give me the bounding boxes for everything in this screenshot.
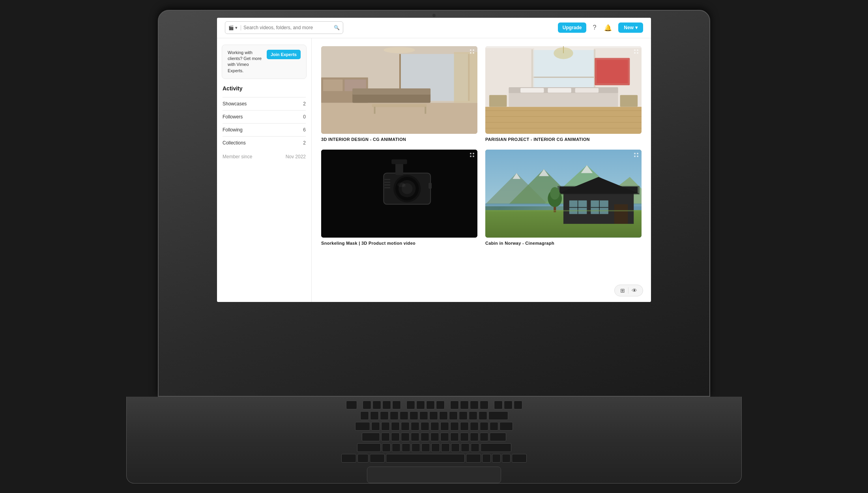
search-icon: 🔍 <box>334 25 340 30</box>
laptop-screen: 🎬 ▾ 🔍 Upgrade ? 🔔 <box>217 18 651 302</box>
video-options-dots-1[interactable] <box>470 49 474 54</box>
bell-icon: 🔔 <box>604 24 612 32</box>
laptop-keyboard-area <box>126 397 742 484</box>
video-title-1: 3D INTERIOR DESIGN - CG ANIMATION <box>321 137 477 142</box>
video-card-4[interactable]: Cabin in Norway - Cinemagraph <box>485 150 642 246</box>
experts-banner: Working with clients? Get more with Vime… <box>222 45 307 79</box>
svg-rect-49 <box>384 182 390 183</box>
svg-rect-35 <box>597 60 628 83</box>
svg-rect-15 <box>485 105 642 134</box>
top-navigation: 🎬 ▾ 🔍 Upgrade ? 🔔 <box>217 18 651 38</box>
search-bar: 🎬 ▾ 🔍 <box>225 21 343 34</box>
svg-point-53 <box>397 182 405 187</box>
sidebar-item-showcases[interactable]: Showcases 2 <box>223 97 306 110</box>
video-grid: 3D INTERIOR DESIGN - CG ANIMATION <box>321 46 642 246</box>
sidebar-item-followers[interactable]: Followers 0 <box>223 110 306 123</box>
eye-view-icon[interactable]: 👁 <box>630 287 639 294</box>
member-since-label: Member since <box>223 154 252 159</box>
video-options-dots-3[interactable] <box>470 153 474 157</box>
svg-rect-11 <box>372 104 427 107</box>
member-since: Member since Nov 2022 <box>223 149 306 164</box>
toolbar-divider <box>628 287 629 294</box>
search-scope-selector[interactable]: 🎬 ▾ <box>228 25 241 30</box>
svg-rect-12 <box>374 107 376 114</box>
sidebar-item-collections[interactable]: Collections 2 <box>223 136 306 149</box>
keyboard <box>341 401 527 463</box>
svg-rect-48 <box>384 179 390 180</box>
main-content: 3D INTERIOR DESIGN - CG ANIMATION <box>312 38 651 302</box>
video-card-2[interactable]: PARISIAN PROJECT - INTERIOR CG ANIMATION <box>485 46 642 142</box>
trackpad[interactable] <box>367 467 501 483</box>
bottom-toolbar: ⊞ 👁 <box>614 285 643 296</box>
video-options-dots-4[interactable] <box>634 153 638 157</box>
svg-rect-30 <box>548 88 571 92</box>
member-since-value: Nov 2022 <box>286 154 306 159</box>
help-button[interactable]: ? <box>591 22 598 33</box>
svg-rect-3 <box>323 79 343 91</box>
svg-point-14 <box>383 47 415 53</box>
video-title-3: Snorkeling Mask | 3D Product motion vide… <box>321 241 477 246</box>
content-area: Working with clients? Get more with Vime… <box>217 38 651 302</box>
scope-icon: 🎬 <box>228 25 234 30</box>
new-chevron-icon: ▾ <box>635 25 638 30</box>
help-icon: ? <box>593 24 596 31</box>
svg-rect-27 <box>509 91 618 107</box>
followers-label: Followers <box>223 114 243 120</box>
following-label: Following <box>223 127 243 133</box>
svg-rect-24 <box>531 77 596 78</box>
notifications-button[interactable]: 🔔 <box>602 22 614 33</box>
collections-count: 2 <box>303 140 306 146</box>
svg-rect-31 <box>575 88 599 92</box>
join-experts-button[interactable]: Join Experts <box>267 50 301 59</box>
svg-rect-47 <box>391 159 407 164</box>
video-thumbnail-3 <box>321 150 477 238</box>
activity-title: Activity <box>223 85 306 92</box>
followers-count: 0 <box>303 114 306 120</box>
collections-label: Collections <box>223 140 246 146</box>
new-button[interactable]: New ▾ <box>618 22 643 33</box>
svg-rect-75 <box>614 204 628 224</box>
following-count: 6 <box>303 127 306 133</box>
video-thumbnail-2 <box>485 46 642 134</box>
vimeo-app: 🎬 ▾ 🔍 Upgrade ? 🔔 <box>217 18 651 302</box>
sidebar: Working with clients? Get more with Vime… <box>217 38 312 302</box>
upgrade-button[interactable]: Upgrade <box>558 22 587 33</box>
search-input[interactable] <box>243 25 331 30</box>
svg-rect-8 <box>454 52 477 103</box>
video-title-4: Cabin in Norway - Cinemagraph <box>485 241 642 246</box>
svg-rect-37 <box>620 95 638 107</box>
video-options-dots-2[interactable] <box>634 49 638 54</box>
video-thumbnail-1 <box>321 46 477 134</box>
laptop-lid: 🎬 ▾ 🔍 Upgrade ? 🔔 <box>158 10 710 397</box>
video-title-2: PARISIAN PROJECT - INTERIOR CG ANIMATION <box>485 137 642 142</box>
svg-rect-29 <box>520 88 544 92</box>
svg-rect-36 <box>489 95 507 107</box>
video-card-1[interactable]: 3D INTERIOR DESIGN - CG ANIMATION <box>321 46 477 142</box>
activity-section: Activity Showcases 2 Followers 0 Followi… <box>217 85 311 164</box>
video-card-3[interactable]: Snorkeling Mask | 3D Product motion vide… <box>321 150 477 246</box>
svg-rect-79 <box>485 210 642 212</box>
grid-view-icon[interactable]: ⊞ <box>619 287 627 294</box>
svg-rect-10 <box>352 88 430 94</box>
svg-rect-50 <box>384 184 390 186</box>
experts-banner-text: Working with clients? Get more with Vime… <box>228 50 263 74</box>
video-thumbnail-4 <box>485 150 642 238</box>
sidebar-item-following[interactable]: Following 6 <box>223 123 306 136</box>
scope-chevron: ▾ <box>235 25 238 30</box>
showcases-count: 2 <box>303 101 306 107</box>
svg-rect-52 <box>428 183 432 189</box>
svg-rect-51 <box>384 187 390 188</box>
svg-point-78 <box>550 187 559 200</box>
svg-rect-13 <box>425 107 426 114</box>
showcases-label: Showcases <box>223 101 247 107</box>
